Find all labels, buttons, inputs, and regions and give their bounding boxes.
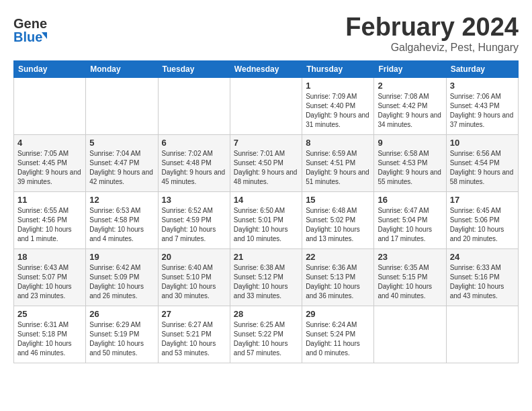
location-title: Galgaheviz, Pest, Hungary	[345, 42, 519, 54]
day-sunrise: Sunrise: 7:09 AM	[306, 93, 357, 100]
day-sunset: Sunset: 4:43 PM	[450, 102, 500, 109]
day-sunrise: Sunrise: 6:59 AM	[306, 150, 357, 157]
calendar-week-row: 25 Sunrise: 6:31 AM Sunset: 5:18 PM Dayl…	[14, 306, 519, 363]
day-number: 16	[378, 195, 442, 205]
day-sunrise: Sunrise: 6:45 AM	[450, 207, 501, 214]
day-sunrise: Sunrise: 6:25 AM	[234, 321, 285, 328]
day-number: 3	[450, 81, 515, 91]
day-sunrise: Sunrise: 6:35 AM	[378, 264, 429, 271]
table-row: 7 Sunrise: 7:01 AM Sunset: 4:50 PM Dayli…	[230, 134, 302, 191]
day-daylight: Daylight: 9 hours and 34 minutes.	[378, 111, 441, 128]
day-daylight: Daylight: 10 hours and 17 minutes.	[378, 226, 432, 242]
day-daylight: Daylight: 10 hours and 10 minutes.	[234, 226, 288, 242]
day-number: 26	[89, 309, 154, 319]
table-row: 21 Sunrise: 6:38 AM Sunset: 5:12 PM Dayl…	[230, 248, 302, 306]
day-sunset: Sunset: 5:07 PM	[17, 273, 67, 281]
day-sunset: Sunset: 5:10 PM	[162, 273, 212, 281]
day-number: 19	[89, 252, 154, 262]
day-daylight: Daylight: 10 hours and 20 minutes.	[450, 226, 504, 242]
table-row	[230, 77, 302, 134]
day-sunrise: Sunrise: 7:06 AM	[450, 93, 501, 100]
day-number: 17	[450, 195, 515, 205]
day-sunrise: Sunrise: 6:36 AM	[306, 264, 357, 271]
day-sunset: Sunset: 5:13 PM	[306, 273, 355, 281]
day-sunset: Sunset: 4:40 PM	[306, 102, 355, 109]
day-sunset: Sunset: 4:59 PM	[162, 216, 212, 224]
day-sunset: Sunset: 5:09 PM	[89, 273, 139, 281]
col-sunday: Sunday	[14, 60, 86, 77]
table-row: 27 Sunrise: 6:27 AM Sunset: 5:21 PM Dayl…	[158, 306, 230, 363]
day-number: 27	[162, 309, 226, 319]
day-number: 8	[306, 138, 370, 148]
col-saturday: Saturday	[446, 60, 518, 77]
calendar-week-row: 18 Sunrise: 6:43 AM Sunset: 5:07 PM Dayl…	[14, 248, 519, 306]
day-sunset: Sunset: 5:16 PM	[450, 273, 500, 281]
day-number: 21	[234, 252, 298, 262]
day-number: 11	[17, 195, 82, 205]
col-friday: Friday	[374, 60, 446, 77]
day-sunrise: Sunrise: 6:55 AM	[17, 207, 69, 214]
day-sunset: Sunset: 5:19 PM	[89, 330, 139, 338]
day-sunrise: Sunrise: 6:29 AM	[89, 321, 140, 328]
svg-text:General: General	[13, 16, 47, 31]
table-row: 4 Sunrise: 7:05 AM Sunset: 4:45 PM Dayli…	[14, 134, 86, 191]
day-sunrise: Sunrise: 6:24 AM	[306, 321, 357, 328]
table-row: 9 Sunrise: 6:58 AM Sunset: 4:53 PM Dayli…	[374, 134, 446, 191]
table-row: 13 Sunrise: 6:52 AM Sunset: 4:59 PM Dayl…	[158, 191, 230, 248]
day-sunrise: Sunrise: 6:47 AM	[378, 207, 429, 214]
day-sunrise: Sunrise: 6:48 AM	[306, 207, 357, 214]
table-row: 2 Sunrise: 7:08 AM Sunset: 4:42 PM Dayli…	[374, 77, 446, 134]
day-sunset: Sunset: 4:42 PM	[378, 102, 427, 109]
day-number: 10	[450, 138, 515, 148]
title-area: February 2024 Galgaheviz, Pest, Hungary	[345, 13, 519, 54]
day-daylight: Daylight: 10 hours and 23 minutes.	[17, 283, 72, 300]
day-sunrise: Sunrise: 6:31 AM	[17, 321, 69, 328]
day-number: 13	[162, 195, 226, 205]
day-sunset: Sunset: 5:22 PM	[234, 330, 283, 338]
day-sunrise: Sunrise: 6:27 AM	[162, 321, 213, 328]
day-daylight: Daylight: 9 hours and 31 minutes.	[306, 111, 369, 128]
month-title: February 2024	[345, 13, 519, 42]
day-number: 1	[306, 81, 370, 91]
day-daylight: Daylight: 10 hours and 57 minutes.	[234, 340, 288, 357]
table-row: 10 Sunrise: 6:56 AM Sunset: 4:54 PM Dayl…	[446, 134, 518, 191]
day-daylight: Daylight: 10 hours and 13 minutes.	[306, 226, 360, 242]
day-sunset: Sunset: 4:54 PM	[450, 159, 500, 167]
day-sunset: Sunset: 5:18 PM	[17, 330, 67, 338]
day-daylight: Daylight: 9 hours and 48 minutes.	[234, 169, 298, 185]
table-row: 29 Sunrise: 6:24 AM Sunset: 5:24 PM Dayl…	[302, 306, 374, 363]
table-row: 12 Sunrise: 6:53 AM Sunset: 4:58 PM Dayl…	[86, 191, 158, 248]
day-number: 4	[17, 138, 82, 148]
calendar-week-row: 4 Sunrise: 7:05 AM Sunset: 4:45 PM Dayli…	[14, 134, 519, 191]
day-sunrise: Sunrise: 6:50 AM	[234, 207, 285, 214]
table-row	[86, 77, 158, 134]
day-daylight: Daylight: 9 hours and 37 minutes.	[450, 111, 514, 128]
day-sunset: Sunset: 5:06 PM	[450, 216, 500, 224]
day-sunrise: Sunrise: 7:04 AM	[89, 150, 140, 157]
calendar-header-row: Sunday Monday Tuesday Wednesday Thursday…	[14, 60, 519, 77]
day-sunset: Sunset: 5:24 PM	[306, 330, 355, 338]
day-daylight: Daylight: 11 hours and 0 minutes.	[306, 340, 360, 357]
day-number: 12	[89, 195, 154, 205]
day-daylight: Daylight: 9 hours and 58 minutes.	[450, 169, 514, 185]
header: General Blue February 2024 Galgaheviz, P…	[13, 13, 519, 54]
day-daylight: Daylight: 9 hours and 45 minutes.	[162, 169, 226, 185]
day-sunrise: Sunrise: 6:53 AM	[89, 207, 140, 214]
table-row: 11 Sunrise: 6:55 AM Sunset: 4:56 PM Dayl…	[14, 191, 86, 248]
day-sunrise: Sunrise: 6:52 AM	[162, 207, 213, 214]
day-daylight: Daylight: 10 hours and 33 minutes.	[234, 283, 288, 300]
day-sunset: Sunset: 5:21 PM	[162, 330, 212, 338]
day-daylight: Daylight: 10 hours and 53 minutes.	[162, 340, 216, 357]
day-daylight: Daylight: 10 hours and 40 minutes.	[378, 283, 432, 300]
day-sunrise: Sunrise: 6:33 AM	[450, 264, 501, 271]
day-daylight: Daylight: 9 hours and 39 minutes.	[17, 169, 81, 185]
day-sunrise: Sunrise: 6:40 AM	[162, 264, 213, 271]
day-sunset: Sunset: 4:58 PM	[89, 216, 139, 224]
calendar-week-row: 1 Sunrise: 7:09 AM Sunset: 4:40 PM Dayli…	[14, 77, 519, 134]
day-daylight: Daylight: 10 hours and 7 minutes.	[162, 226, 216, 242]
table-row: 5 Sunrise: 7:04 AM Sunset: 4:47 PM Dayli…	[86, 134, 158, 191]
table-row: 3 Sunrise: 7:06 AM Sunset: 4:43 PM Dayli…	[446, 77, 518, 134]
col-thursday: Thursday	[302, 60, 374, 77]
table-row: 14 Sunrise: 6:50 AM Sunset: 5:01 PM Dayl…	[230, 191, 302, 248]
day-sunrise: Sunrise: 7:08 AM	[378, 93, 429, 100]
